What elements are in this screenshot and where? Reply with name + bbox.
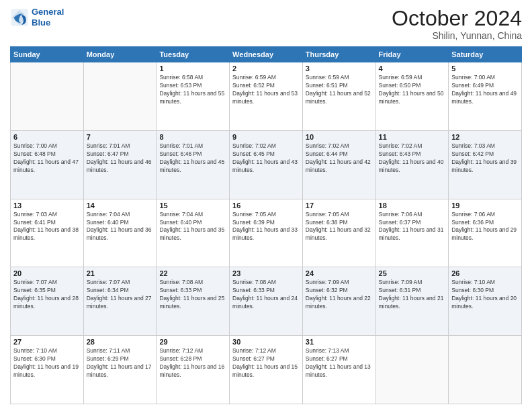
calendar-cell: 10Sunrise: 7:02 AM Sunset: 6:44 PM Dayli… — [302, 130, 375, 199]
day-info: Sunrise: 7:11 AM Sunset: 6:29 PM Dayligh… — [87, 347, 154, 379]
day-info: Sunrise: 7:04 AM Sunset: 6:40 PM Dayligh… — [87, 211, 154, 243]
subtitle: Shilin, Yunnan, China — [392, 30, 522, 41]
day-number: 4 — [379, 64, 446, 73]
calendar-cell — [11, 62, 84, 131]
day-info: Sunrise: 7:10 AM Sunset: 6:30 PM Dayligh… — [13, 347, 81, 379]
weekday-header: Monday — [83, 47, 157, 62]
calendar-cell: 11Sunrise: 7:02 AM Sunset: 6:43 PM Dayli… — [375, 130, 449, 199]
logo-text: General Blue — [32, 7, 64, 28]
day-number: 20 — [13, 269, 81, 277]
calendar-cell: 7Sunrise: 7:01 AM Sunset: 6:47 PM Daylig… — [83, 130, 157, 199]
day-number: 3 — [306, 64, 373, 73]
calendar-cell: 9Sunrise: 7:02 AM Sunset: 6:45 PM Daylig… — [230, 130, 303, 199]
logo: General Blue — [10, 7, 64, 28]
day-info: Sunrise: 7:03 AM Sunset: 6:42 PM Dayligh… — [451, 142, 519, 175]
day-info: Sunrise: 7:06 AM Sunset: 6:36 PM Dayligh… — [451, 211, 519, 243]
calendar-cell: 5Sunrise: 7:00 AM Sunset: 6:49 PM Daylig… — [449, 62, 522, 131]
calendar-cell — [449, 336, 522, 404]
day-info: Sunrise: 7:00 AM Sunset: 6:48 PM Dayligh… — [13, 142, 81, 175]
day-number: 29 — [159, 338, 226, 346]
calendar-cell: 2Sunrise: 6:59 AM Sunset: 6:52 PM Daylig… — [230, 62, 303, 131]
day-number: 28 — [87, 338, 154, 346]
day-info: Sunrise: 7:10 AM Sunset: 6:30 PM Dayligh… — [451, 279, 519, 311]
day-number: 1 — [159, 64, 226, 73]
day-number: 7 — [87, 133, 154, 141]
weekday-header: Wednesday — [230, 47, 303, 62]
day-info: Sunrise: 7:01 AM Sunset: 6:46 PM Dayligh… — [159, 142, 226, 175]
calendar-cell: 22Sunrise: 7:08 AM Sunset: 6:33 PM Dayli… — [157, 267, 230, 336]
calendar-cell: 20Sunrise: 7:07 AM Sunset: 6:35 PM Dayli… — [11, 267, 84, 336]
day-number: 18 — [379, 201, 446, 210]
calendar-table: SundayMondayTuesdayWednesdayThursdayFrid… — [10, 46, 522, 404]
day-number: 8 — [159, 133, 226, 141]
day-number: 30 — [232, 338, 300, 346]
day-number: 17 — [306, 201, 373, 210]
day-info: Sunrise: 7:05 AM Sunset: 6:38 PM Dayligh… — [306, 211, 373, 243]
weekday-header: Friday — [375, 47, 449, 62]
day-number: 9 — [232, 133, 300, 141]
weekday-header: Thursday — [302, 47, 375, 62]
day-number: 21 — [87, 269, 154, 277]
day-info: Sunrise: 7:05 AM Sunset: 6:39 PM Dayligh… — [232, 211, 300, 243]
day-info: Sunrise: 7:09 AM Sunset: 6:31 PM Dayligh… — [379, 279, 446, 311]
day-info: Sunrise: 7:08 AM Sunset: 6:33 PM Dayligh… — [232, 279, 300, 311]
title-section: October 2024 Shilin, Yunnan, China — [392, 7, 522, 41]
day-info: Sunrise: 6:59 AM Sunset: 6:52 PM Dayligh… — [232, 74, 300, 106]
day-number: 22 — [159, 269, 226, 277]
day-info: Sunrise: 7:01 AM Sunset: 6:47 PM Dayligh… — [87, 142, 154, 175]
calendar-cell: 13Sunrise: 7:03 AM Sunset: 6:41 PM Dayli… — [11, 199, 84, 267]
day-info: Sunrise: 7:13 AM Sunset: 6:27 PM Dayligh… — [306, 347, 373, 379]
day-number: 23 — [232, 269, 300, 277]
day-number: 13 — [13, 201, 81, 210]
calendar-cell: 14Sunrise: 7:04 AM Sunset: 6:40 PM Dayli… — [83, 199, 157, 267]
calendar-week-row: 1Sunrise: 6:58 AM Sunset: 6:53 PM Daylig… — [11, 62, 522, 131]
page: General Blue October 2024 Shilin, Yunnan… — [0, 0, 532, 411]
day-info: Sunrise: 7:00 AM Sunset: 6:49 PM Dayligh… — [451, 74, 519, 106]
calendar-cell: 6Sunrise: 7:00 AM Sunset: 6:48 PM Daylig… — [11, 130, 84, 199]
calendar-cell: 3Sunrise: 6:59 AM Sunset: 6:51 PM Daylig… — [302, 62, 375, 131]
calendar-cell: 1Sunrise: 6:58 AM Sunset: 6:53 PM Daylig… — [157, 62, 230, 131]
day-info: Sunrise: 7:12 AM Sunset: 6:27 PM Dayligh… — [232, 347, 300, 379]
calendar-cell: 25Sunrise: 7:09 AM Sunset: 6:31 PM Dayli… — [375, 267, 449, 336]
weekday-header: Tuesday — [157, 47, 230, 62]
main-title: October 2024 — [392, 7, 522, 30]
calendar-cell: 23Sunrise: 7:08 AM Sunset: 6:33 PM Dayli… — [230, 267, 303, 336]
day-info: Sunrise: 7:02 AM Sunset: 6:43 PM Dayligh… — [379, 142, 446, 175]
calendar-cell — [375, 336, 449, 404]
calendar-week-row: 27Sunrise: 7:10 AM Sunset: 6:30 PM Dayli… — [11, 336, 522, 404]
day-number: 2 — [232, 64, 300, 73]
day-number: 6 — [13, 133, 81, 141]
calendar-cell: 21Sunrise: 7:07 AM Sunset: 6:34 PM Dayli… — [83, 267, 157, 336]
calendar-cell: 26Sunrise: 7:10 AM Sunset: 6:30 PM Dayli… — [449, 267, 522, 336]
day-number: 25 — [379, 269, 446, 277]
day-number: 26 — [451, 269, 519, 277]
weekday-header-row: SundayMondayTuesdayWednesdayThursdayFrid… — [11, 47, 522, 62]
calendar-cell: 16Sunrise: 7:05 AM Sunset: 6:39 PM Dayli… — [230, 199, 303, 267]
day-number: 10 — [306, 133, 373, 141]
day-number: 27 — [13, 338, 81, 346]
day-number: 12 — [451, 133, 519, 141]
day-info: Sunrise: 7:06 AM Sunset: 6:37 PM Dayligh… — [379, 211, 446, 243]
weekday-header: Saturday — [449, 47, 522, 62]
calendar-cell: 17Sunrise: 7:05 AM Sunset: 6:38 PM Dayli… — [302, 199, 375, 267]
calendar-cell: 19Sunrise: 7:06 AM Sunset: 6:36 PM Dayli… — [449, 199, 522, 267]
calendar-week-row: 20Sunrise: 7:07 AM Sunset: 6:35 PM Dayli… — [11, 267, 522, 336]
weekday-header: Sunday — [11, 47, 84, 62]
day-info: Sunrise: 7:02 AM Sunset: 6:44 PM Dayligh… — [306, 142, 373, 175]
day-number: 31 — [306, 338, 373, 346]
calendar-cell: 18Sunrise: 7:06 AM Sunset: 6:37 PM Dayli… — [375, 199, 449, 267]
calendar-week-row: 6Sunrise: 7:00 AM Sunset: 6:48 PM Daylig… — [11, 130, 522, 199]
day-info: Sunrise: 7:03 AM Sunset: 6:41 PM Dayligh… — [13, 211, 81, 243]
day-info: Sunrise: 7:09 AM Sunset: 6:32 PM Dayligh… — [306, 279, 373, 311]
day-info: Sunrise: 7:04 AM Sunset: 6:40 PM Dayligh… — [159, 211, 226, 243]
day-info: Sunrise: 6:59 AM Sunset: 6:51 PM Dayligh… — [306, 74, 373, 106]
day-number: 11 — [379, 133, 446, 141]
day-number: 16 — [232, 201, 300, 210]
calendar-cell: 12Sunrise: 7:03 AM Sunset: 6:42 PM Dayli… — [449, 130, 522, 199]
day-info: Sunrise: 6:58 AM Sunset: 6:53 PM Dayligh… — [159, 74, 226, 106]
calendar-cell — [83, 62, 157, 131]
day-info: Sunrise: 7:02 AM Sunset: 6:45 PM Dayligh… — [232, 142, 300, 175]
day-number: 15 — [159, 201, 226, 210]
day-info: Sunrise: 7:07 AM Sunset: 6:34 PM Dayligh… — [87, 279, 154, 311]
logo-icon — [10, 8, 29, 27]
